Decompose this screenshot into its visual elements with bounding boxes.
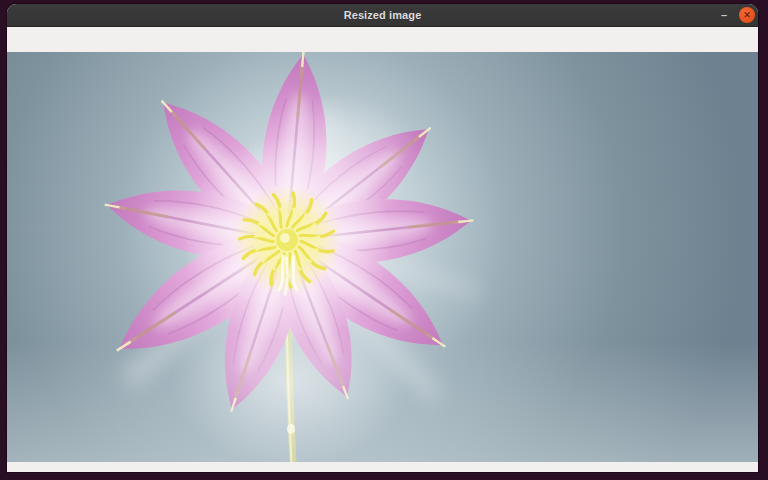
minimize-button[interactable]: – bbox=[715, 4, 733, 26]
window-title: Resized image bbox=[344, 9, 422, 21]
flower-photo bbox=[7, 52, 758, 462]
window-controls: – ✕ bbox=[715, 4, 758, 26]
window-content bbox=[7, 27, 758, 471]
window-titlebar[interactable]: Resized image – ✕ bbox=[7, 4, 758, 27]
close-button[interactable]: ✕ bbox=[739, 7, 755, 23]
image-viewer-window: Resized image – ✕ bbox=[7, 4, 758, 472]
